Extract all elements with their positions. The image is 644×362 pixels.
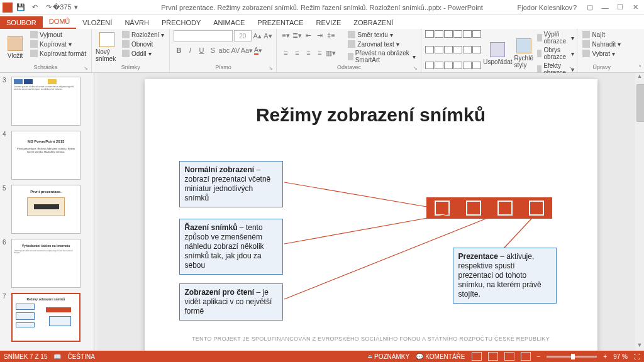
- reading-view-button[interactable]: [504, 352, 514, 361]
- spellcheck-button[interactable]: 📖: [53, 353, 61, 360]
- reset-button[interactable]: Obnovit: [121, 40, 165, 48]
- layout-button[interactable]: Rozložení ▾: [121, 30, 165, 39]
- change-case-button[interactable]: Aa▾: [242, 45, 252, 55]
- tab-review[interactable]: REVIZE: [310, 16, 348, 29]
- align-center-button[interactable]: ≡: [292, 48, 302, 58]
- undo-button[interactable]: ↶: [29, 2, 40, 13]
- zoom-level[interactable]: 97 %: [613, 353, 628, 360]
- minimize-button[interactable]: —: [599, 2, 611, 13]
- tab-transitions[interactable]: PŘECHODY: [155, 16, 207, 29]
- drawing-launcher[interactable]: ↘: [569, 65, 575, 72]
- view-icon-bar: [426, 197, 552, 219]
- decrease-indent-button[interactable]: ⇤: [303, 30, 313, 40]
- cut-button[interactable]: Vyjmout: [29, 30, 87, 39]
- shapes-gallery[interactable]: [425, 30, 481, 77]
- shape-fill-button[interactable]: Výplň obrazce ▾: [536, 30, 575, 45]
- zoom-out-button[interactable]: −: [537, 353, 541, 360]
- redo-button[interactable]: ↷: [43, 2, 54, 13]
- italic-button[interactable]: I: [185, 45, 195, 55]
- start-from-beginning-button[interactable]: �375: [57, 2, 68, 13]
- scroll-thumb[interactable]: [636, 84, 644, 122]
- increase-indent-button[interactable]: ⇥: [314, 30, 325, 40]
- char-spacing-button[interactable]: AV: [230, 45, 240, 55]
- new-slide-button[interactable]: Nový snímek: [96, 30, 118, 64]
- vertical-scrollbar[interactable]: ▲ ▼: [635, 73, 644, 351]
- thumb-6[interactable]: 6 Vyhledávání šablon na Internetu Lorem …: [3, 239, 91, 288]
- strike-button[interactable]: abc: [219, 45, 229, 55]
- save-button[interactable]: 💾: [15, 2, 26, 13]
- maximize-button[interactable]: ☐: [614, 2, 626, 13]
- font-launcher[interactable]: ↘: [269, 65, 275, 72]
- paragraph-launcher[interactable]: ↘: [413, 65, 419, 72]
- thumb-7[interactable]: 7 Režimy zobrazení snímků: [3, 293, 91, 342]
- zoom-slider[interactable]: [547, 356, 597, 358]
- thumbnail-panel[interactable]: 3 Lorem ipsum dolor sit amet consectetur…: [0, 73, 94, 351]
- cut-icon: [30, 31, 38, 38]
- grow-font-button[interactable]: A▴: [253, 31, 262, 41]
- slide-canvas[interactable]: Režimy zobrazení snímků Normální zobraze…: [145, 79, 597, 351]
- group-slides: Nový snímek Rozložení ▾ Obnovit Oddíl ▾ …: [92, 29, 170, 72]
- text-direction-button[interactable]: Směr textu ▾: [347, 30, 417, 39]
- collapse-ribbon-button[interactable]: ˄: [638, 64, 641, 71]
- paste-button[interactable]: Vložit: [4, 30, 26, 64]
- normal-view-button[interactable]: [472, 352, 482, 361]
- tab-slideshow[interactable]: PREZENTACE: [251, 16, 309, 29]
- justify-button[interactable]: ≡: [314, 48, 325, 58]
- align-text-button[interactable]: Zarovnat text ▾: [347, 40, 417, 48]
- font-size-combo[interactable]: 20: [234, 30, 252, 41]
- fill-icon: [537, 34, 542, 41]
- quick-styles-button[interactable]: Rychlé styly: [514, 30, 533, 77]
- tab-home[interactable]: DOMŮ: [43, 15, 77, 29]
- font-color-button[interactable]: A▾: [253, 45, 263, 55]
- shadow-button[interactable]: S: [208, 45, 218, 55]
- notes-button[interactable]: ≐ POZNÁMKY: [367, 353, 409, 360]
- scroll-up-icon[interactable]: ▲: [635, 73, 644, 82]
- slide-counter[interactable]: SNÍMEK 7 Z 15: [4, 353, 47, 360]
- copy-button[interactable]: Kopírovat ▾: [29, 40, 87, 48]
- sorter-view-button[interactable]: [488, 352, 498, 361]
- shape-outline-button[interactable]: Obrys obrazce ▾: [536, 46, 575, 61]
- tab-insert[interactable]: VLOŽENÍ: [76, 16, 118, 29]
- bullets-button[interactable]: ≡▾: [280, 30, 291, 40]
- scroll-down-icon[interactable]: ▼: [635, 342, 644, 351]
- ribbon-display-button[interactable]: ▢: [584, 2, 596, 13]
- tab-animations[interactable]: ANIMACE: [207, 16, 251, 29]
- fit-to-window-button[interactable]: ⛶: [634, 353, 640, 360]
- user-name[interactable]: Fjodor Kolesnikov: [515, 4, 575, 11]
- convert-smartart-button[interactable]: Převést na obrázek SmartArt ▾: [347, 49, 417, 64]
- paste-label: Vložit: [8, 52, 23, 59]
- replace-button[interactable]: Nahradit ▾: [581, 40, 622, 48]
- clipboard-launcher[interactable]: ↘: [84, 65, 90, 72]
- numbering-button[interactable]: ≣▾: [292, 30, 302, 40]
- tab-view[interactable]: ZOBRAZENÍ: [347, 16, 399, 29]
- comments-button[interactable]: 💬 KOMENTÁŘE: [416, 353, 465, 360]
- font-family-combo[interactable]: [174, 30, 232, 41]
- close-button[interactable]: ✕: [629, 2, 641, 13]
- align-left-button[interactable]: ≡: [280, 48, 291, 58]
- zoom-in-button[interactable]: +: [603, 353, 607, 360]
- columns-button[interactable]: ▥▾: [326, 48, 336, 58]
- line-spacing-button[interactable]: ‡≡: [326, 30, 336, 40]
- thumb-4[interactable]: 4 MS PowerPoint 2013 První prezentace. R…: [3, 131, 91, 180]
- align-right-button[interactable]: ≡: [303, 48, 313, 58]
- tab-design[interactable]: NÁVRH: [118, 16, 155, 29]
- thumb-6-preview: Vyhledávání šablon na Internetu Lorem ip…: [11, 239, 80, 288]
- underline-button[interactable]: U: [196, 45, 206, 55]
- tab-file[interactable]: SOUBOR: [0, 16, 43, 29]
- arrange-button[interactable]: Uspořádat: [484, 30, 511, 77]
- align-text-icon: [348, 40, 355, 48]
- find-button[interactable]: Najít: [581, 30, 622, 39]
- thumb-3[interactable]: 3 Lorem ipsum dolor sit amet consectetur…: [3, 77, 91, 126]
- bold-button[interactable]: B: [174, 45, 184, 55]
- copy-icon: [30, 40, 38, 48]
- callout-normal: Normální zobrazení – zobrazí prezentaci …: [179, 161, 283, 207]
- slideshow-button[interactable]: [521, 352, 531, 361]
- format-painter-button[interactable]: Kopírovat formát: [29, 49, 87, 58]
- slide-area[interactable]: Režimy zobrazení snímků Normální zobraze…: [97, 73, 644, 351]
- qat-customize[interactable]: ▾: [70, 2, 82, 13]
- shrink-font-button[interactable]: A▾: [264, 31, 273, 41]
- section-button[interactable]: Oddíl ▾: [121, 49, 165, 58]
- select-button[interactable]: Vybrat ▾: [581, 49, 622, 58]
- thumb-5[interactable]: 5 První prezentace.: [3, 185, 91, 234]
- language-button[interactable]: ČEŠTINA: [67, 353, 94, 360]
